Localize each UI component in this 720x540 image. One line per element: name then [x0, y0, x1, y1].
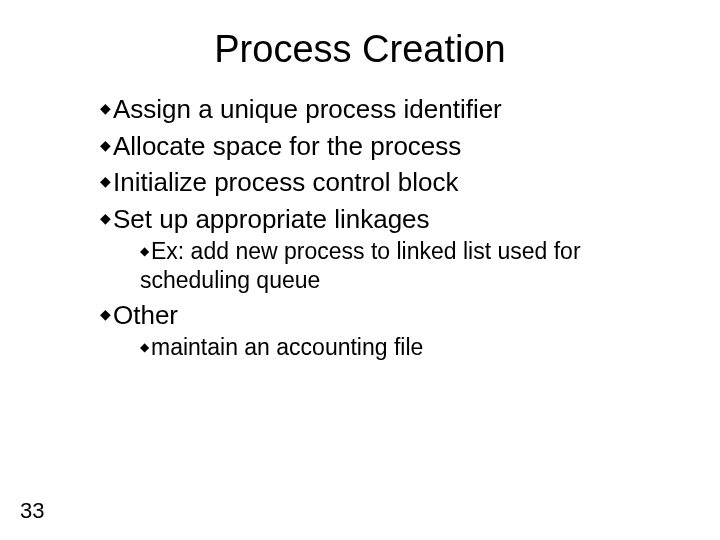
diamond-bullet-icon: ◆: [100, 210, 111, 228]
sub-bullet-text: maintain an accounting file: [151, 334, 423, 360]
sub-bullet-line: ◆maintain an accounting file: [140, 333, 680, 362]
list-item: ◆Set up appropriate linkages ◆Ex: add ne…: [100, 203, 680, 295]
diamond-bullet-icon: ◆: [100, 173, 111, 191]
diamond-bullet-icon: ◆: [100, 306, 111, 324]
bullet-line: ◆Other: [100, 299, 680, 332]
bullet-text: Initialize process control block: [113, 167, 458, 197]
list-item: ◆Other ◆maintain an accounting file: [100, 299, 680, 362]
bullet-line: ◆Assign a unique process identifier: [100, 93, 680, 126]
bullet-text: Set up appropriate linkages: [113, 204, 430, 234]
slide-content: ◆Assign a unique process identifier ◆All…: [40, 93, 680, 362]
sub-list: ◆maintain an accounting file: [100, 333, 680, 362]
slide-title: Process Creation: [40, 28, 680, 71]
list-item: ◆Allocate space for the process: [100, 130, 680, 163]
bullet-text: Assign a unique process identifier: [113, 94, 502, 124]
bullet-line: ◆Allocate space for the process: [100, 130, 680, 163]
diamond-bullet-icon: ◆: [140, 340, 149, 354]
list-item: ◆Assign a unique process identifier: [100, 93, 680, 126]
bullet-line: ◆Set up appropriate linkages: [100, 203, 680, 236]
diamond-bullet-icon: ◆: [100, 100, 111, 118]
page-number: 33: [20, 498, 44, 524]
bullet-text: Other: [113, 300, 178, 330]
sub-bullet-text: Ex: add new process to linked list used …: [140, 238, 581, 293]
list-item: ◆Initialize process control block: [100, 166, 680, 199]
slide: Process Creation ◆Assign a unique proces…: [0, 0, 720, 540]
bullet-text: Allocate space for the process: [113, 131, 461, 161]
diamond-bullet-icon: ◆: [140, 244, 149, 258]
bullet-line: ◆Initialize process control block: [100, 166, 680, 199]
sub-list: ◆Ex: add new process to linked list used…: [100, 237, 680, 295]
diamond-bullet-icon: ◆: [100, 137, 111, 155]
sub-bullet-line: ◆Ex: add new process to linked list used…: [140, 237, 680, 295]
